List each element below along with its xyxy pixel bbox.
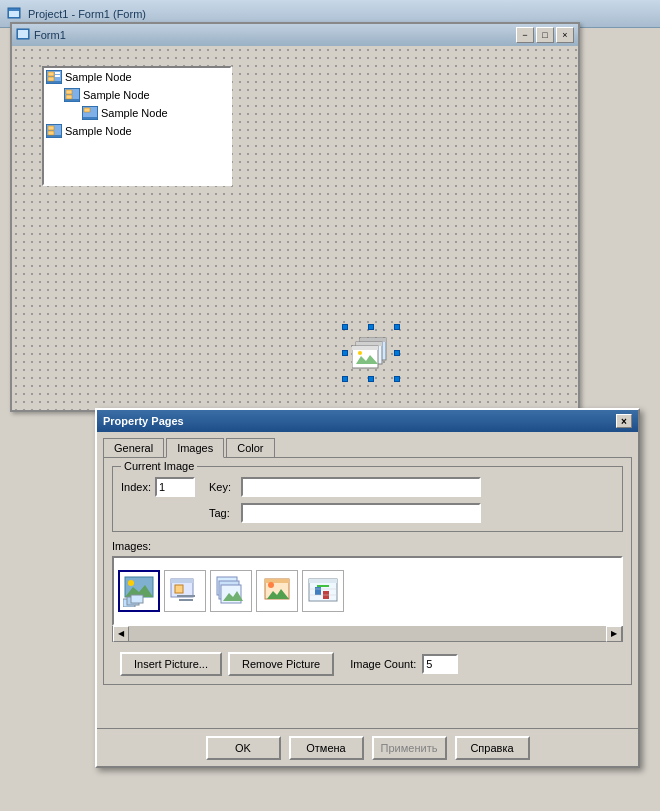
svg-rect-20 [48,126,54,130]
imagelist-control[interactable] [342,324,400,382]
handle-mr[interactable] [394,350,400,356]
app-titlebar-icon [6,6,22,22]
tree-node-icon-4 [46,123,62,139]
scroll-right-button[interactable]: ▶ [606,626,622,642]
insert-picture-button[interactable]: Insert Picture... [120,652,222,676]
tree-node-icon-3 [82,105,98,121]
svg-rect-39 [171,579,193,583]
svg-rect-27 [352,346,378,350]
ide-minimize-button[interactable]: − [516,27,534,43]
tree-item-3[interactable]: Sample Node [44,104,230,122]
svg-rect-41 [177,595,195,597]
app-title: Project1 - Form1 (Form) [28,8,146,20]
svg-rect-21 [48,131,54,135]
tab-color[interactable]: Color [226,438,274,457]
handle-ml[interactable] [342,350,348,356]
svg-rect-4 [18,30,28,38]
tab-general-label: General [114,442,153,454]
tag-label: Tag: [209,507,237,519]
apply-button[interactable]: Применить [372,736,447,760]
tree-item-1[interactable]: Sample Node [44,68,230,86]
tab-general[interactable]: General [103,438,164,457]
svg-rect-58 [317,585,329,587]
tree-item-label-1: Sample Node [65,71,132,83]
tab-images-label: Images [177,442,213,454]
help-button[interactable]: Справка [455,736,530,760]
svg-rect-14 [66,95,72,99]
handle-bm[interactable] [368,376,374,382]
handle-bl[interactable] [342,376,348,382]
svg-rect-42 [179,599,193,601]
svg-rect-56 [315,587,321,595]
svg-rect-25 [356,342,382,346]
key-label: Key: [209,481,237,493]
ide-window: Form1 − □ × Sa [10,22,580,412]
svg-point-52 [268,582,274,588]
index-label: Index: [121,481,151,493]
image-thumb-4[interactable] [256,570,298,612]
ok-button[interactable]: OK [206,736,281,760]
dialog-title: Property Pages [103,415,184,427]
svg-rect-2 [9,9,19,11]
svg-rect-17 [84,108,90,112]
key-input[interactable] [241,477,481,497]
image-thumb-2[interactable] [164,570,206,612]
image-thumb-5[interactable] [302,570,344,612]
tab-color-label: Color [237,442,263,454]
tree-item-2[interactable]: Sample Node [44,86,230,104]
tree-item-label-4: Sample Node [65,125,132,137]
imagelist-inner [350,332,392,374]
image-count-input[interactable] [422,654,458,674]
index-input[interactable] [155,477,195,497]
dialog-close-button[interactable]: × [616,414,632,428]
tabs-container: General Images Color [103,438,632,457]
images-scrollbox[interactable] [112,556,623,626]
handle-br[interactable] [394,376,400,382]
tree-node-icon-2 [64,87,80,103]
index-row: Index: Key: [121,477,614,497]
ide-window-title: Form1 [34,29,66,41]
svg-rect-23 [360,338,386,342]
images-scrollbar: ◀ ▶ [112,626,623,642]
ide-titlebar-left: Form1 [16,28,66,42]
svg-rect-8 [48,77,54,81]
ide-titlebar-icon [16,28,30,42]
tree-item-4[interactable]: Sample Node [44,122,230,140]
scroll-track[interactable] [129,626,606,641]
cancel-button[interactable]: Отмена [289,736,364,760]
svg-rect-7 [48,72,54,76]
dialog-buttons-row: Insert Picture... Remove Picture Image C… [120,652,615,676]
tag-row: Tag: [121,503,614,523]
imagelist-icon [352,334,390,372]
image-thumb-1[interactable] [118,570,160,612]
images-label: Images: [112,540,623,552]
image-count-label: Image Count: [350,658,416,670]
current-image-legend: Current Image [121,460,197,472]
tab-images[interactable]: Images [166,438,224,458]
scroll-left-button[interactable]: ◀ [113,626,129,642]
current-image-group: Current Image Index: Key: Tag: [112,466,623,532]
svg-rect-55 [309,579,337,583]
svg-rect-36 [131,595,143,603]
dialog-titlebar: Property Pages × [97,410,638,432]
tab-content-images: Current Image Index: Key: Tag: Images: [103,457,632,685]
remove-picture-button[interactable]: Remove Picture [228,652,334,676]
svg-rect-10 [55,75,60,77]
svg-point-29 [358,351,362,355]
property-pages-dialog: Property Pages × General Images Color Cu… [95,408,640,768]
handle-tl[interactable] [342,324,348,330]
tree-node-icon-1 [46,69,62,85]
images-section: Images: [112,540,623,642]
ide-close-button[interactable]: × [556,27,574,43]
svg-point-33 [128,580,134,586]
ide-restore-button[interactable]: □ [536,27,554,43]
ide-form-area[interactable]: Sample Node Sample Node [12,46,578,410]
ide-titlebar-buttons: − □ × [516,27,574,43]
svg-rect-13 [66,90,72,94]
tag-input[interactable] [241,503,481,523]
image-thumb-3[interactable] [210,570,252,612]
handle-tm[interactable] [368,324,374,330]
handle-tr[interactable] [394,324,400,330]
svg-rect-50 [265,579,289,583]
treeview-control[interactable]: Sample Node Sample Node [42,66,232,186]
